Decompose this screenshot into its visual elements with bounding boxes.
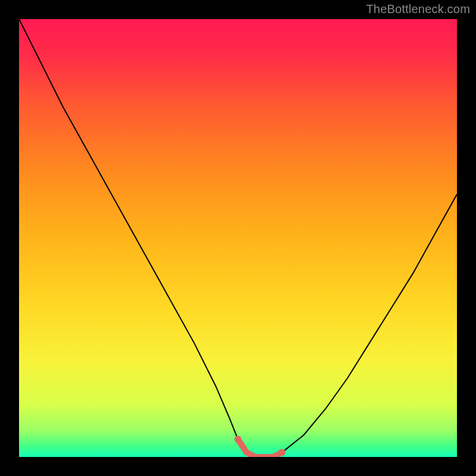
plot-area [19,19,457,457]
gradient-background [19,19,457,457]
trough-end-dot [278,449,286,456]
trough-end-dot [234,436,242,443]
watermark-text: TheBottleneck.com [366,2,470,16]
plot-svg [19,19,457,457]
chart-frame: TheBottleneck.com [0,0,476,476]
